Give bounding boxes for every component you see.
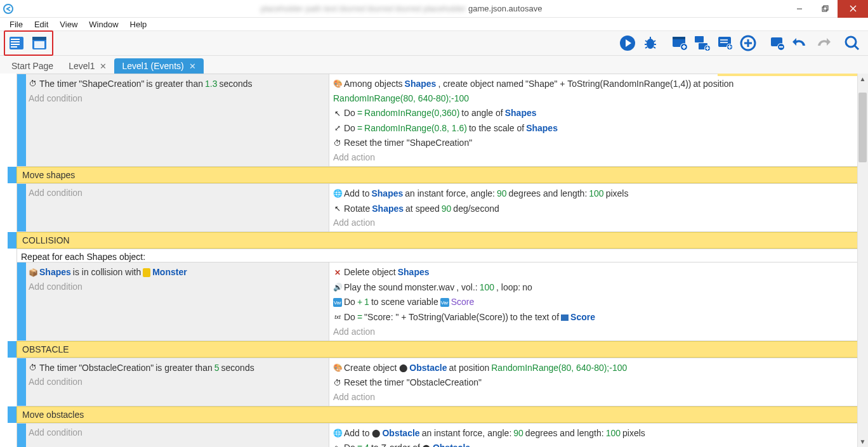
maximize-button[interactable]: [812, 0, 838, 18]
menu-file[interactable]: File: [4, 20, 29, 29]
svg-rect-29: [695, 36, 704, 42]
action-line[interactable]: 🗂 Do = 4 to Z-order of ⬤ Obstacle: [333, 441, 864, 447]
window-title: placeholder path text blurred blurred bl…: [16, 4, 787, 13]
close-button[interactable]: [838, 0, 868, 18]
add-subevent-button[interactable]: [692, 32, 713, 54]
svg-line-50: [855, 46, 858, 49]
minimize-button[interactable]: [787, 0, 812, 18]
force-icon: 🌐: [333, 429, 342, 438]
add-condition-link[interactable]: Add condition: [29, 186, 325, 199]
svg-rect-12: [32, 37, 46, 40]
create-icon: 🎨: [333, 80, 342, 89]
force-icon: 🌐: [333, 190, 342, 198]
action-line[interactable]: ⏱ Reset the timer "ShapeCreation": [333, 136, 864, 151]
event-move-obstacles[interactable]: Add condition 🌐 Add to ⬤ Obstacle an ins…: [16, 423, 868, 447]
scroll-thumb[interactable]: [858, 93, 867, 162]
group-header-collision[interactable]: COLLISION: [16, 232, 868, 249]
svg-line-17: [645, 41, 647, 42]
angle-icon: ↖: [333, 109, 342, 118]
delete-button[interactable]: [766, 32, 788, 54]
menu-bar: File Edit View Window Help: [0, 18, 868, 30]
menu-view[interactable]: View: [54, 20, 83, 29]
svg-rect-2: [822, 7, 827, 11]
group-header-move-shapes[interactable]: Move shapes: [16, 167, 868, 183]
close-icon[interactable]: ✕: [189, 62, 196, 71]
annotated-buttons: [4, 30, 53, 56]
menu-help[interactable]: Help: [124, 20, 153, 29]
tab-start-page[interactable]: Start Page: [4, 58, 61, 74]
tab-bar: Start Page Level1✕ Level1 (Events)✕: [0, 56, 868, 74]
action-line[interactable]: 🌐 Add to ⬤ Obstacle an instant force, an…: [333, 426, 864, 441]
variable-icon: Var: [440, 298, 449, 307]
add-condition-link[interactable]: Add condition: [29, 426, 325, 439]
group-header-obstacle[interactable]: OBSTACLE: [16, 341, 868, 358]
delete-icon: ✕: [333, 268, 342, 277]
vertical-scrollbar[interactable]: ▲ ▼: [857, 74, 868, 447]
add-action-link[interactable]: Add action: [333, 325, 864, 338]
variable-icon: Var: [333, 298, 342, 307]
obstacle-icon: ⬤: [422, 444, 431, 447]
menu-edit[interactable]: Edit: [29, 20, 54, 29]
add-condition-link[interactable]: Add condition: [29, 92, 325, 105]
svg-point-49: [846, 37, 856, 47]
svg-rect-3: [824, 6, 828, 10]
scroll-down-icon[interactable]: ▼: [857, 436, 868, 447]
svg-point-0: [4, 4, 13, 13]
add-action-link[interactable]: Add action: [333, 216, 864, 229]
scene-editor-button[interactable]: [6, 32, 27, 54]
action-line[interactable]: 🌐 Add to Shapes an instant force, angle:…: [333, 186, 864, 202]
group-header-move-obstacles[interactable]: Move obstacles: [16, 406, 868, 423]
condition-line[interactable]: ⏱ The timer "ShapeCreation" is greater t…: [29, 77, 325, 92]
action-line[interactable]: ⤢ Do = RandomInRange(0.8, 1.6) to the sc…: [333, 121, 864, 136]
action-line[interactable]: txt Do = "Score: " + ToString(Variable(S…: [333, 310, 864, 325]
text-object-icon: [561, 314, 569, 321]
decoration-strip: [718, 74, 857, 76]
tab-level1[interactable]: Level1✕: [61, 58, 114, 74]
window-controls: [787, 0, 868, 18]
action-line[interactable]: 🔊 Play the sound monster.wav, vol.: 100,…: [333, 280, 864, 295]
scroll-up-icon[interactable]: ▲: [857, 74, 868, 84]
event-collision[interactable]: 📦 Shapes is in collision with Monster Ad…: [16, 262, 868, 340]
add-condition-link[interactable]: Add condition: [29, 280, 325, 293]
action-line[interactable]: ↖ Do = RandomInRange(0,360) to angle of …: [333, 106, 864, 121]
play-button[interactable]: [617, 32, 638, 54]
title-bar: placeholder path text blurred blurred bl…: [0, 0, 868, 18]
tab-level1-events[interactable]: Level1 (Events)✕: [114, 58, 203, 74]
event-obstacle[interactable]: ⏱ The timer "ObstacleCreation" is greate…: [16, 358, 868, 406]
svg-line-22: [654, 47, 655, 48]
search-button[interactable]: [841, 32, 863, 54]
action-line[interactable]: 🎨 Among objects Shapes, create object na…: [333, 77, 864, 106]
rotate-icon: ↖: [333, 204, 342, 213]
events-editor-button[interactable]: [29, 32, 50, 54]
condition-line[interactable]: 📦 Shapes is in collision with Monster: [29, 265, 325, 280]
add-other-button[interactable]: [737, 32, 759, 54]
timer-icon: ⏱: [333, 139, 342, 148]
action-line[interactable]: ⏱ Reset the timer "ObstacleCreation": [333, 375, 864, 391]
add-action-link[interactable]: Add action: [333, 151, 864, 164]
event-move-shapes[interactable]: Add condition 🌐 Add to Shapes an instant…: [16, 183, 868, 232]
svg-point-15: [647, 39, 654, 49]
add-condition-link[interactable]: Add condition: [29, 375, 325, 388]
zorder-icon: 🗂: [333, 444, 342, 447]
timer-icon: ⏱: [29, 80, 37, 89]
app-icon: [0, 0, 16, 18]
action-line[interactable]: ↖ Rotate Shapes at speed 90deg/second: [333, 202, 864, 217]
menu-window[interactable]: Window: [83, 20, 124, 29]
action-line[interactable]: ✕ Delete object Shapes: [333, 265, 864, 280]
event-shape-creation[interactable]: ⏱ The timer "ShapeCreation" is greater t…: [16, 74, 868, 167]
debug-button[interactable]: [640, 32, 661, 54]
close-icon[interactable]: ✕: [100, 62, 107, 71]
monster-icon: [143, 268, 150, 277]
svg-line-18: [654, 41, 655, 42]
add-action-link[interactable]: Add action: [333, 391, 864, 403]
add-event-button[interactable]: [669, 32, 690, 54]
redo-button[interactable]: [812, 32, 834, 54]
undo-button[interactable]: [789, 32, 811, 54]
action-line[interactable]: Var Do + 1 to scene variable Var Score: [333, 295, 864, 310]
svg-rect-13: [34, 41, 44, 48]
repeat-header[interactable]: Repeat for each Shapes object:: [16, 249, 868, 262]
text-icon: txt: [333, 313, 342, 322]
action-line[interactable]: 🎨 Create object ⬤ Obstacle at position R…: [333, 361, 864, 376]
condition-line[interactable]: ⏱ The timer "ObstacleCreation" is greate…: [29, 361, 325, 376]
add-comment-button[interactable]: [714, 32, 736, 54]
